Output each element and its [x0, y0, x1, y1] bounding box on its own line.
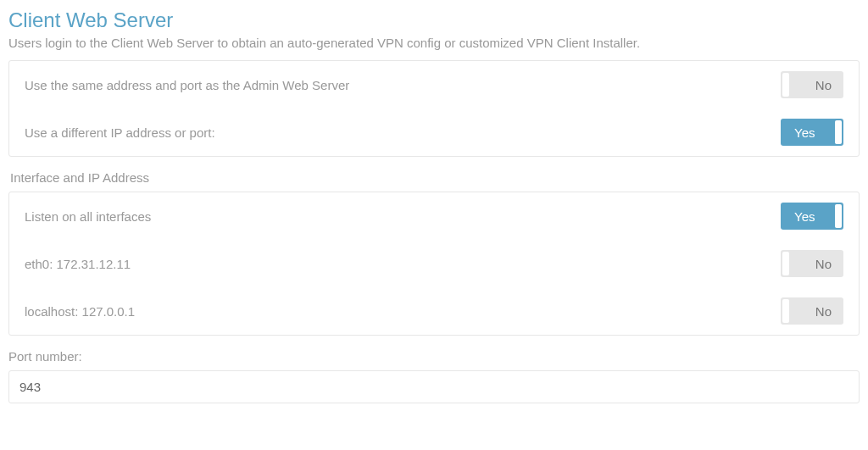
toggle-eth0[interactable]: No: [781, 250, 843, 277]
toggle-handle: [782, 299, 789, 323]
interface-heading: Interface and IP Address: [8, 170, 860, 185]
toggle-localhost[interactable]: No: [781, 297, 843, 325]
port-label: Port number:: [8, 349, 860, 364]
toggle-text: Yes: [794, 209, 815, 224]
toggle-handle: [782, 73, 789, 97]
row-different-ip: Use a different IP address or port: Yes: [9, 108, 859, 156]
toggle-text: Yes: [794, 125, 815, 140]
page-description: Users login to the Client Web Server to …: [8, 36, 860, 50]
label-same-as-admin: Use the same address and port as the Adm…: [25, 78, 349, 92]
toggle-text: No: [815, 78, 832, 92]
toggle-text: No: [815, 257, 832, 271]
label-eth0: eth0: 172.31.12.11: [25, 257, 131, 271]
page-title: Client Web Server: [8, 8, 860, 32]
row-listen-all: Listen on all interfaces Yes: [9, 192, 859, 240]
row-same-as-admin: Use the same address and port as the Adm…: [9, 61, 859, 108]
port-input[interactable]: [8, 370, 860, 403]
toggle-same-as-admin[interactable]: No: [781, 71, 843, 98]
interface-panel: Listen on all interfaces Yes eth0: 172.3…: [8, 192, 860, 336]
port-section: Port number:: [8, 349, 860, 403]
toggle-handle: [835, 120, 842, 144]
row-localhost: localhost: 127.0.0.1 No: [9, 287, 859, 335]
toggle-different-ip[interactable]: Yes: [781, 119, 843, 146]
label-localhost: localhost: 127.0.0.1: [25, 304, 135, 319]
server-mode-panel: Use the same address and port as the Adm…: [8, 60, 860, 157]
toggle-handle: [782, 252, 789, 275]
row-eth0: eth0: 172.31.12.11 No: [9, 240, 859, 287]
toggle-text: No: [815, 304, 832, 319]
toggle-handle: [835, 204, 842, 228]
toggle-listen-all[interactable]: Yes: [781, 203, 843, 230]
label-listen-all: Listen on all interfaces: [25, 209, 151, 224]
label-different-ip: Use a different IP address or port:: [25, 125, 215, 140]
